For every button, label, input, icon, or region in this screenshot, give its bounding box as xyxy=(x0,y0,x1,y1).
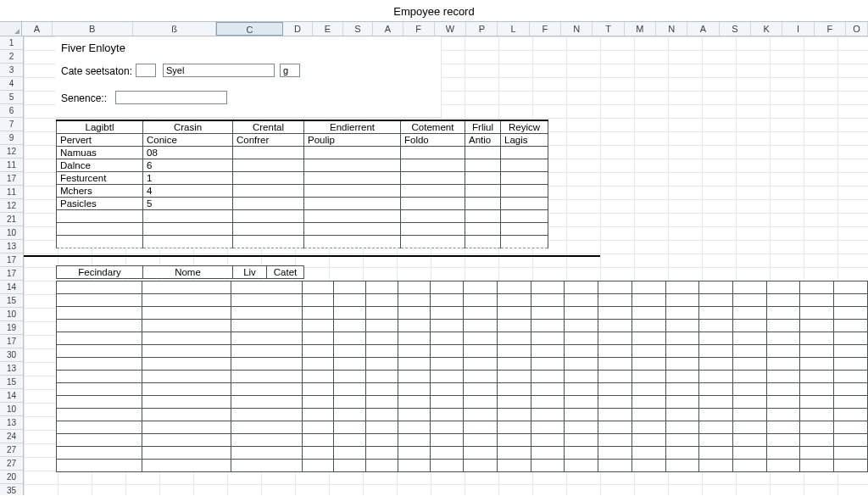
table-cell[interactable] xyxy=(142,294,231,307)
table-cell[interactable] xyxy=(231,421,302,434)
row-header[interactable]: 13 xyxy=(0,240,23,254)
table-cell[interactable] xyxy=(632,281,665,294)
table-cell[interactable] xyxy=(430,396,464,409)
table-cell[interactable] xyxy=(231,371,302,383)
table-header-cell[interactable]: Fecindary xyxy=(57,266,143,279)
table-cell[interactable] xyxy=(464,371,498,383)
table-cell[interactable] xyxy=(366,307,398,320)
row-header[interactable]: 11 xyxy=(0,159,23,172)
table-cell[interactable] xyxy=(334,345,366,358)
table-cell[interactable] xyxy=(732,320,766,332)
table-cell[interactable] xyxy=(632,383,665,396)
col-header-ß[interactable]: ß xyxy=(133,22,217,36)
table-cell[interactable] xyxy=(398,409,430,421)
table-cell[interactable] xyxy=(699,383,733,396)
row-header[interactable]: 6 xyxy=(0,104,23,118)
table-cell[interactable] xyxy=(231,383,302,396)
table-cell[interactable] xyxy=(565,281,598,294)
table-cell[interactable] xyxy=(366,332,398,345)
table-cell[interactable] xyxy=(233,146,304,159)
table-cell[interactable] xyxy=(464,307,498,320)
table-cell[interactable] xyxy=(800,358,834,371)
table-cell[interactable] xyxy=(464,396,498,409)
table-header-cell[interactable]: Crental xyxy=(233,120,304,133)
table-cell[interactable] xyxy=(57,320,142,332)
table-cell[interactable] xyxy=(632,320,665,332)
table-cell[interactable] xyxy=(464,434,498,447)
row-header[interactable]: 20 xyxy=(0,471,23,484)
table-cell[interactable] xyxy=(334,358,366,371)
table-cell[interactable] xyxy=(366,345,398,358)
row-header[interactable]: 12 xyxy=(0,199,23,213)
table-cell[interactable] xyxy=(142,281,231,294)
table-cell[interactable] xyxy=(766,371,800,383)
table-cell[interactable] xyxy=(304,171,401,184)
table-cell[interactable] xyxy=(464,358,498,371)
table-cell[interactable] xyxy=(732,460,766,472)
table-cell[interactable] xyxy=(800,460,834,472)
col-header-s[interactable]: S xyxy=(343,22,373,36)
table-cell[interactable] xyxy=(464,447,498,460)
table-cell[interactable] xyxy=(766,434,800,447)
table-cell[interactable] xyxy=(302,371,334,383)
table-cell[interactable] xyxy=(430,281,464,294)
table-cell[interactable] xyxy=(766,396,800,409)
table-header-cell[interactable]: Crasin xyxy=(143,120,233,133)
row-header[interactable]: 17 xyxy=(0,172,23,186)
table-cell[interactable] xyxy=(598,383,632,396)
table-cell[interactable] xyxy=(231,396,302,409)
table-cell[interactable] xyxy=(366,294,398,307)
spreadsheet-cells[interactable]: Fiver Enloyte Cate seetsaton: Senence:: … xyxy=(24,36,868,495)
table-cell[interactable] xyxy=(57,434,142,447)
row-header[interactable]: 10 xyxy=(0,226,23,240)
table-cell[interactable] xyxy=(302,460,334,472)
table-cell[interactable] xyxy=(665,345,699,358)
table-cell[interactable] xyxy=(231,294,302,307)
table-cell[interactable]: Foldo xyxy=(401,133,465,146)
table-cell[interactable] xyxy=(233,222,304,235)
table-cell[interactable] xyxy=(233,235,304,248)
table-cell[interactable] xyxy=(598,332,632,345)
row-header[interactable]: 17 xyxy=(0,267,23,281)
table-cell[interactable] xyxy=(665,294,699,307)
table-cell[interactable] xyxy=(304,197,401,209)
table-cell[interactable] xyxy=(57,332,142,345)
table-cell[interactable] xyxy=(699,281,733,294)
table-cell[interactable] xyxy=(598,294,632,307)
table-cell[interactable] xyxy=(665,281,699,294)
table-cell[interactable] xyxy=(233,209,304,222)
table-cell[interactable] xyxy=(766,421,800,434)
col-header-i[interactable]: I xyxy=(782,22,814,36)
table-cell[interactable] xyxy=(302,307,334,320)
table-cell[interactable] xyxy=(501,146,548,159)
table-cell[interactable] xyxy=(498,409,531,421)
table-cell[interactable] xyxy=(430,421,464,434)
table-cell[interactable] xyxy=(732,345,766,358)
table-cell[interactable] xyxy=(565,332,598,345)
table-cell[interactable] xyxy=(430,307,464,320)
table-cell[interactable] xyxy=(732,434,766,447)
table-cell[interactable] xyxy=(465,146,501,159)
table-header-cell[interactable]: Cotement xyxy=(401,120,465,133)
table-cell[interactable] xyxy=(498,447,531,460)
table-cell[interactable] xyxy=(498,421,531,434)
table-cell[interactable] xyxy=(334,371,366,383)
table-cell[interactable] xyxy=(398,358,430,371)
table-cell[interactable] xyxy=(531,320,565,332)
table-cell[interactable] xyxy=(565,447,598,460)
table-cell[interactable] xyxy=(598,409,632,421)
table-cell[interactable] xyxy=(665,383,699,396)
table-cell[interactable] xyxy=(464,460,498,472)
table-cell[interactable] xyxy=(398,345,430,358)
row-header[interactable]: 27 xyxy=(0,457,23,471)
table-cell[interactable] xyxy=(334,396,366,409)
table-cell[interactable] xyxy=(598,358,632,371)
table-cell[interactable] xyxy=(302,358,334,371)
table-cell[interactable] xyxy=(57,383,142,396)
table-cell[interactable] xyxy=(800,434,834,447)
table-cell[interactable] xyxy=(665,434,699,447)
table-cell[interactable] xyxy=(465,197,501,209)
table-cell[interactable] xyxy=(498,396,531,409)
form-field-1[interactable] xyxy=(136,64,156,77)
table-cell[interactable] xyxy=(430,460,464,472)
